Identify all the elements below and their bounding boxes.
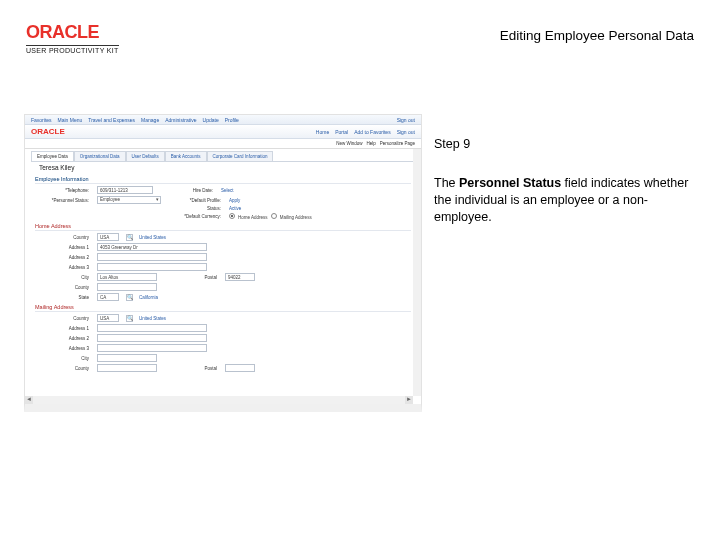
tab-employee-data[interactable]: Employee Data (31, 151, 74, 161)
nav-fav[interactable]: Add to Favorites (354, 129, 390, 135)
status-label: Status: (183, 206, 223, 211)
m-county-input[interactable] (97, 364, 157, 372)
radio-group: Home Address Mailing Address (229, 213, 312, 220)
person-name: Teresa Kiley (31, 161, 415, 173)
mini-oracle-logo: ORACLE (31, 127, 65, 136)
m-addr3-input[interactable] (97, 344, 207, 352)
crumb[interactable]: Favorites (31, 117, 52, 123)
personnel-status-label: *Personnel Status: (35, 198, 91, 203)
employee-info-section: Employee Information *Telephone: 609/311… (25, 176, 421, 220)
page-title: Editing Employee Personal Data (500, 28, 694, 43)
scroll-left-icon[interactable]: ◄ (25, 396, 33, 404)
m-country-lbl: Country (35, 316, 91, 321)
signout-link[interactable]: Sign out (397, 117, 415, 123)
telephone-label: *Telephone: (35, 188, 91, 193)
h-state-lbl: State (35, 295, 91, 300)
crumb[interactable]: Manage (141, 117, 159, 123)
personnel-status-select[interactable]: Employee (97, 196, 161, 204)
h-country-link[interactable]: United States (139, 235, 166, 240)
lookup-icon[interactable]: 🔍 (126, 294, 133, 301)
horizontal-scrollbar[interactable]: ◄ ► (25, 396, 413, 404)
h-country-input[interactable]: USA (97, 233, 119, 241)
h-addr3-lbl: Address 3 (35, 265, 91, 270)
logo-divider (26, 45, 119, 46)
brand-block: ORACLE USER PRODUCTIVITY KIT (26, 22, 119, 54)
tab-strip: Employee Data Organizational Data User D… (31, 151, 415, 161)
step-label: Step 9 (434, 136, 696, 153)
tab-bank-accounts[interactable]: Bank Accounts (165, 151, 207, 161)
m-city-input[interactable] (97, 354, 157, 362)
brand-bar: ORACLE Home Portal Add to Favorites Sign… (25, 125, 421, 139)
radio-mailing[interactable] (271, 213, 277, 219)
upk-label: USER PRODUCTIVITY KIT (26, 47, 119, 54)
radio-home-label: Home Address (238, 215, 268, 220)
m-city-lbl: City (35, 356, 91, 361)
m-county-lbl: County (35, 366, 91, 371)
h-addr1-lbl: Address 1 (35, 245, 91, 250)
h-addr1-input[interactable]: 4053 Greenway Dr (97, 243, 207, 251)
radio-home[interactable] (229, 213, 235, 219)
gl-value: Apply (229, 198, 240, 203)
nav-links: Home Portal Add to Favorites Sign out (316, 129, 415, 135)
m-country-link[interactable]: United States (139, 316, 166, 321)
crumb[interactable]: Profile (225, 117, 239, 123)
crumb[interactable]: Update (203, 117, 219, 123)
crumb[interactable]: Main Menu (58, 117, 83, 123)
oracle-logo: ORACLE (26, 22, 119, 43)
instr-bold: Personnel Status (459, 176, 561, 190)
gl-label: *Default Profile: (183, 198, 223, 203)
nav-signout[interactable]: Sign out (397, 129, 415, 135)
personalize-link[interactable]: Personalize Page (380, 141, 415, 146)
help-link[interactable]: Help (366, 141, 375, 146)
h-addr2-lbl: Address 2 (35, 255, 91, 260)
m-postal-lbl: Postal (179, 366, 219, 371)
tab-user-defaults[interactable]: User Defaults (126, 151, 165, 161)
crumb[interactable]: Administrative (165, 117, 196, 123)
telephone-input[interactable]: 609/311-1213 (97, 186, 153, 194)
h-postal-lbl: Postal (179, 275, 219, 280)
hiredate-label: Hire Date: (175, 188, 215, 193)
tab-corp-card[interactable]: Corporate Card Information (207, 151, 274, 161)
currency-label: *Default Currency: (183, 214, 223, 219)
h-country-lbl: Country (35, 235, 91, 240)
instr-pre: The (434, 176, 459, 190)
home-address-section: Home Address CountryUSA🔍United States Ad… (25, 223, 421, 301)
app-screenshot: Favorites Main Menu Travel and Expenses … (24, 114, 422, 412)
m-addr2-input[interactable] (97, 334, 207, 342)
crumb[interactable]: Travel and Expenses (88, 117, 135, 123)
radio-mailing-label: Mailing Address (280, 215, 312, 220)
h-postal-input[interactable]: 94022 (225, 273, 255, 281)
sub-toolbar: New Window Help Personalize Page (25, 139, 421, 149)
instruction-text: The Personnel Status field indicates whe… (434, 175, 696, 226)
m-addr1-input[interactable] (97, 324, 207, 332)
instruction-panel: Step 9 The Personnel Status field indica… (434, 136, 696, 226)
status-value: Active (229, 206, 241, 211)
tab-org-data[interactable]: Organizational Data (74, 151, 126, 161)
h-county-lbl: County (35, 285, 91, 290)
section-title-home: Home Address (35, 223, 411, 231)
new-window-link[interactable]: New Window (336, 141, 362, 146)
h-addr3-input[interactable] (97, 263, 207, 271)
lookup-icon[interactable]: 🔍 (126, 315, 133, 322)
nav-portal[interactable]: Portal (335, 129, 348, 135)
h-county-input[interactable] (97, 283, 157, 291)
hiredate-value: Select (221, 188, 234, 193)
h-state-link[interactable]: California (139, 295, 158, 300)
m-postal-input[interactable] (225, 364, 255, 372)
section-title-mailing: Mailing Address (35, 304, 411, 312)
lookup-icon[interactable]: 🔍 (126, 234, 133, 241)
m-addr3-lbl: Address 3 (35, 346, 91, 351)
breadcrumb-bar: Favorites Main Menu Travel and Expenses … (25, 115, 421, 125)
scroll-right-icon[interactable]: ► (405, 396, 413, 404)
section-title-empinfo: Employee Information (35, 176, 411, 184)
mailing-address-section: Mailing Address CountryUSA🔍United States… (25, 304, 421, 372)
h-city-lbl: City (35, 275, 91, 280)
h-addr2-input[interactable] (97, 253, 207, 261)
m-addr1-lbl: Address 1 (35, 326, 91, 331)
m-country-input[interactable]: USA (97, 314, 119, 322)
vertical-scrollbar[interactable] (413, 149, 421, 396)
h-state-input[interactable]: CA (97, 293, 119, 301)
m-addr2-lbl: Address 2 (35, 336, 91, 341)
nav-home[interactable]: Home (316, 129, 329, 135)
h-city-input[interactable]: Los Altos (97, 273, 157, 281)
